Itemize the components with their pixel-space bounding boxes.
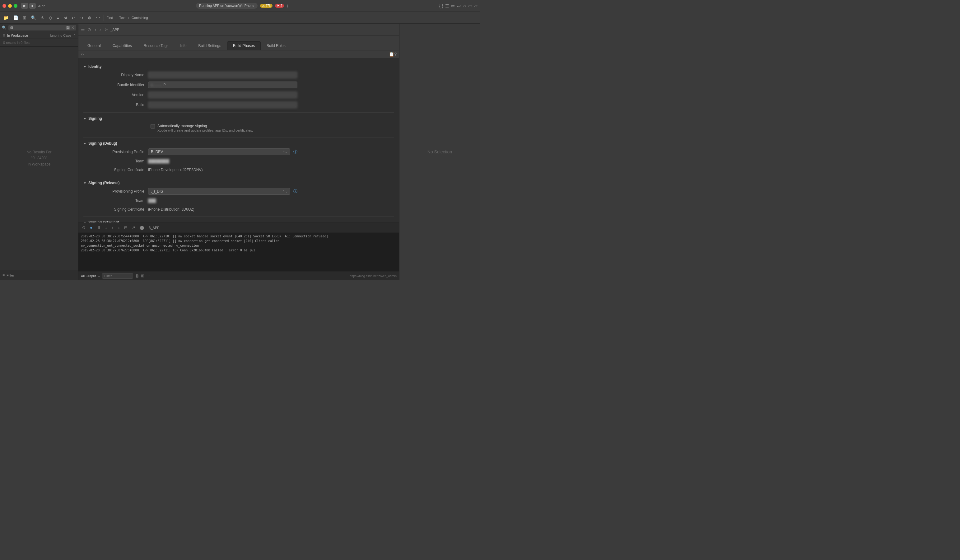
project-path[interactable]: _APP [110, 28, 119, 31]
return-icon[interactable]: ⮐ [457, 3, 461, 8]
back-button[interactable]: ⊙ [87, 27, 91, 32]
console-line-4: 2019-02-28 08:38:27.076275+0800 _APP[861… [81, 248, 397, 253]
panel-right-icon[interactable]: ▱ [474, 3, 477, 8]
search-input-wrap: 3 ✕ [8, 25, 76, 30]
sidebar-toggle-icon[interactable]: ☰ [81, 27, 85, 32]
close-button[interactable] [3, 4, 6, 8]
signing-section-header[interactable]: ▼ Signing [78, 115, 399, 122]
bundle-id-field[interactable]: c......... P [148, 82, 298, 88]
app-name-label: APP [38, 4, 45, 8]
display-name-input[interactable] [148, 72, 298, 78]
more-icon[interactable]: ⋯ [95, 14, 101, 21]
debug-team-row: Team ████████ [78, 157, 399, 165]
console-app-label: 3_APP [149, 226, 159, 230]
tab-general[interactable]: General [82, 42, 107, 50]
text-type-selector[interactable]: Text [119, 16, 125, 19]
release-team-control: ███ [148, 198, 298, 203]
warning-badge[interactable]: ⚠ 276 [260, 4, 272, 8]
undo-icon[interactable]: ↩ [70, 14, 76, 21]
grid-icon: ⊞ [3, 33, 5, 37]
version-control [148, 91, 298, 98]
release-cert-control: iPhone Distribution: JD6UZ) [148, 207, 298, 211]
doc-icon[interactable]: 📋 [389, 52, 394, 57]
code-icon[interactable]: { } [439, 3, 443, 8]
release-cert-row: Signing Certificate iPhone Distribution:… [78, 205, 399, 214]
breakpoint-icon[interactable]: ⊲ [62, 14, 68, 21]
minimize-button[interactable] [8, 4, 12, 8]
build-input[interactable] [148, 101, 298, 108]
debug-icon[interactable]: ≡ [56, 14, 60, 21]
search-input[interactable] [10, 26, 64, 30]
play-button[interactable]: ▶ [21, 3, 28, 9]
signing-debug-section-header[interactable]: ▼ Signing (Debug) [78, 140, 399, 147]
find-label: Find [106, 16, 113, 19]
console-record-icon[interactable]: ● [89, 225, 94, 230]
info-icon-release[interactable]: ⓘ [293, 189, 298, 194]
tab-info[interactable]: Info [174, 42, 192, 50]
clear-icon[interactable]: ✕ [71, 26, 74, 30]
tab-build-phases[interactable]: Build Phases [227, 42, 261, 50]
console-up-icon[interactable]: ↑ [110, 225, 115, 230]
release-team-row: Team ███ [78, 196, 399, 205]
nav-arrow-right[interactable]: › [98, 26, 102, 33]
plus-icon[interactable]: ⊞ [22, 14, 27, 21]
filter-icon: ≡ [3, 273, 5, 277]
diff-icon[interactable]: ⇄ [451, 3, 455, 8]
console-layout-icon[interactable]: ⊞ [141, 274, 144, 278]
redo-icon[interactable]: ↪ [79, 14, 84, 21]
signing-staging-section-header[interactable]: ▼ Signing (Staging) [78, 219, 399, 222]
console-step-icon[interactable]: ↕ [117, 225, 121, 230]
titlebar-right: { } ☰ ⇄ ⮐ ▱ ▭ ▱ [439, 3, 477, 8]
tab-capabilities[interactable]: Capabilities [107, 42, 138, 50]
debug-profile-dropdown[interactable]: B_DEV ⌃⌄ [148, 149, 290, 155]
console-filter-input[interactable] [102, 273, 133, 279]
console-app-circle-icon[interactable]: ⬤ [138, 225, 146, 230]
nav-arrow-left[interactable]: ‹ [94, 26, 98, 33]
auto-signing-desc: Xcode will create and update profiles, a… [157, 128, 253, 133]
activity-icon[interactable]: ⟩ [286, 3, 288, 8]
tab-resource-tags[interactable]: Resource Tags [138, 42, 174, 50]
console-share-icon[interactable]: ↗ [131, 225, 136, 230]
lines-icon[interactable]: ☰ [445, 3, 449, 8]
scope-modifier[interactable]: Ignoring Case [50, 34, 72, 37]
release-profile-dropdown[interactable]: ._i_DIS ⌃⌄ [148, 188, 290, 195]
search-icon[interactable]: 🔍 [30, 14, 37, 21]
version-input[interactable] [148, 91, 298, 98]
chevron-up-icon[interactable]: ⌃ [73, 34, 75, 37]
stop-button[interactable]: ■ [29, 3, 36, 9]
console-filter-trash-icon[interactable]: 🗑 [135, 274, 139, 278]
file-icon[interactable]: 📄 [12, 14, 19, 21]
error-badge[interactable]: ⚑ 2 [275, 4, 284, 8]
console-more2-icon[interactable]: ⋯ [146, 274, 150, 278]
question-icon[interactable]: ? [394, 52, 397, 57]
panel-left-icon[interactable]: ▱ [463, 3, 466, 8]
debug-team-value: ████████ [148, 159, 169, 163]
console-clear-icon[interactable]: ⊘ [81, 225, 87, 230]
debug-cert-label: Signing Certificate [86, 168, 148, 172]
output-selector[interactable]: All Output [81, 274, 96, 278]
console-pause-icon[interactable]: ⏸ [96, 225, 102, 230]
folder-icon[interactable]: 📁 [3, 14, 10, 21]
identity-section-header[interactable]: ▼ Identity [78, 63, 399, 70]
auto-signing-checkbox[interactable] [150, 124, 155, 128]
collapse-icon: ▼ [83, 65, 86, 69]
info-icon-debug[interactable]: ⓘ [293, 149, 298, 155]
search-sidebar: 🔍 3 ✕ ⊞ In Workspace Ignoring Case ⌃ 0 r… [0, 24, 78, 280]
output-chevron-icon[interactable]: ⌄ [98, 274, 100, 277]
build-label: Build [86, 103, 148, 107]
bookmark-icon[interactable]: ⊳ [104, 27, 108, 32]
test-icon[interactable]: ◇ [48, 14, 53, 21]
warn-icon[interactable]: ⚠ [40, 14, 45, 21]
debug-cert-control: iPhone Developer: x J2FP8DNV) [148, 168, 298, 172]
signing-release-section-header[interactable]: ▼ Signing (Release) [78, 179, 399, 186]
source-icon[interactable]: ⊛ [87, 14, 93, 21]
content-nav-right[interactable]: › [82, 52, 84, 57]
tab-build-settings[interactable]: Build Settings [192, 42, 227, 50]
tab-build-rules[interactable]: Build Rules [261, 42, 291, 50]
maximize-button[interactable] [14, 4, 18, 8]
console-split-icon[interactable]: ⊟ [123, 225, 129, 230]
panel-center-icon[interactable]: ▭ [468, 3, 472, 8]
dropdown-arrow-release-icon: ⌃⌄ [282, 190, 288, 193]
containing-selector[interactable]: Containing [131, 16, 148, 19]
console-down-icon[interactable]: ↓ [104, 225, 109, 230]
